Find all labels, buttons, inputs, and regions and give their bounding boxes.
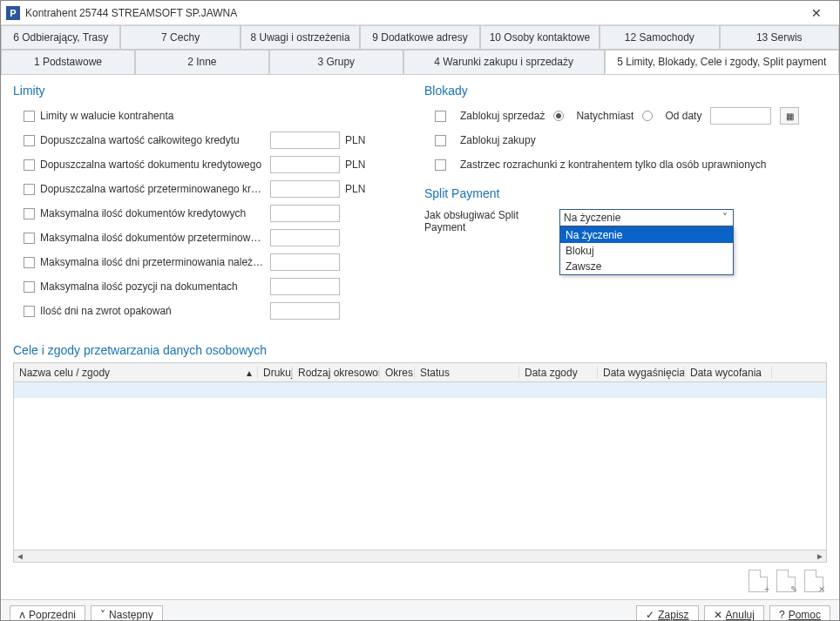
limity-label: Dopuszczalna wartość przeterminowanego k… [40, 183, 267, 195]
horizontal-scrollbar[interactable]: ◄► [14, 550, 826, 562]
tab[interactable]: 2 Inne [135, 50, 269, 74]
limity-checkbox[interactable] [24, 135, 35, 146]
pomoc-button[interactable]: ? Pomoc [769, 605, 830, 621]
od-daty-label: Od daty [665, 110, 701, 122]
chevron-down-icon: ˅ [719, 212, 731, 224]
limity-label: Maksymalna ilość dni przeterminowania na… [40, 256, 267, 268]
limity-checkbox[interactable] [24, 306, 35, 317]
grid-column-header[interactable]: Nazwa celu / zgody ▴ [14, 367, 258, 379]
limity-label: Ilość dni na zwrot opakowań [40, 305, 267, 317]
tab[interactable]: 6 Odbierający, Trasy [1, 25, 120, 49]
limity-label: Limity w walucie kontrahenta [40, 110, 267, 122]
tab[interactable]: 13 Serwis [720, 25, 839, 49]
tab[interactable]: 12 Samochody [600, 25, 719, 49]
grid-column-header[interactable]: Rodzaj okresowości [293, 367, 380, 379]
limity-checkbox[interactable] [24, 233, 35, 244]
window-title: Kontrahent 25744 STREAMSOFT SP.JAWNA [25, 7, 799, 19]
limity-label: Maksymalna ilość dokumentów kredytowych [40, 207, 267, 219]
limity-checkbox[interactable] [24, 111, 35, 122]
limity-checkbox[interactable] [24, 159, 35, 171]
zablokuj-zakupy-checkbox[interactable] [435, 135, 446, 146]
limity-input[interactable] [270, 253, 340, 271]
od-daty-input[interactable] [710, 107, 771, 125]
limity-input[interactable] [270, 132, 340, 149]
limity-input[interactable] [270, 302, 340, 320]
footer: ʌ Poprzedni ˅ Następny ✓ Zapisz ✕ Anuluj… [1, 599, 839, 621]
tabs-row-2: 1 Podstawowe2 Inne3 Grupy4 Warunki zakup… [1, 50, 839, 75]
limity-input[interactable] [270, 156, 340, 173]
grid-row-selected[interactable] [14, 382, 826, 398]
doc-edit-icon[interactable]: ✎ [776, 570, 796, 592]
blokady-title: Blokady [424, 84, 827, 98]
od-daty-radio[interactable] [642, 111, 653, 121]
limity-unit: PLN [345, 134, 365, 146]
limity-checkbox[interactable] [24, 184, 35, 195]
close-icon[interactable]: ✕ [799, 6, 834, 20]
app-icon: P [6, 6, 20, 20]
limity-unit: PLN [345, 159, 365, 171]
split-payment-option[interactable]: Na życzenie [560, 227, 733, 243]
limity-checkbox[interactable] [24, 208, 35, 219]
grid-column-header[interactable]: Data zgody [519, 367, 598, 379]
split-payment-dropdown: Na życzenieBlokujZawsze [559, 226, 734, 275]
limity-unit: PLN [345, 183, 365, 195]
split-payment-title: Split Payment [424, 186, 827, 200]
chevron-up-icon: ʌ [19, 609, 25, 621]
limity-checkbox[interactable] [24, 257, 35, 268]
check-icon: ✓ [646, 609, 654, 621]
tab[interactable]: 9 Dodatkowe adresy [360, 25, 479, 49]
limity-input[interactable] [270, 205, 340, 222]
x-icon: ✕ [714, 609, 722, 621]
limity-label: Dopuszczalna wartość dokumentu kredytowe… [40, 159, 267, 171]
split-payment-option[interactable]: Zawsze [560, 259, 733, 274]
natychmiast-label: Natychmiast [576, 110, 633, 122]
doc-actions: + ✎ ✕ [1, 563, 839, 599]
cele-grid: Nazwa celu / zgody ▴DrukujRodzaj okresow… [13, 362, 827, 563]
grid-column-header[interactable]: Okres [380, 367, 415, 379]
limity-label: Maksymalna ilość dokumentów przeterminow… [40, 232, 267, 244]
zastrzec-label: Zastrzec rozrachunki z kontrahentem tylk… [460, 159, 767, 171]
tab[interactable]: 8 Uwagi i ostrzeżenia [240, 25, 360, 49]
zablokuj-sprzedaz-label: Zablokuj sprzedaż [460, 110, 545, 122]
anuluj-button[interactable]: ✕ Anuluj [704, 605, 764, 621]
limity-input[interactable] [270, 180, 340, 198]
limity-input[interactable] [270, 229, 340, 246]
blokady-section: Blokady Zablokuj sprzedaż Natychmiast Od… [424, 84, 827, 326]
zastrzec-checkbox[interactable] [435, 159, 446, 171]
natychmiast-radio[interactable] [553, 111, 564, 121]
calendar-icon[interactable]: ▦ [780, 107, 799, 125]
tab[interactable]: 7 Cechy [120, 25, 240, 49]
tab[interactable]: 5 Limity, Blokady, Cele i zgody, Split p… [605, 50, 839, 74]
doc-delete-icon[interactable]: ✕ [804, 570, 823, 592]
limity-title: Limity [13, 84, 416, 98]
tab[interactable]: 4 Warunki zakupu i sprzedaży [403, 50, 605, 74]
grid-body [14, 382, 826, 548]
cele-title: Cele i zgody przetwarzania danych osobow… [13, 343, 827, 357]
grid-column-header[interactable]: Drukuj [258, 367, 293, 379]
split-payment-value: Na życzenie [564, 212, 620, 224]
doc-add-icon[interactable]: + [749, 570, 768, 592]
limity-label: Maksymalna ilość pozycji na dokumentach [40, 280, 267, 293]
grid-column-header[interactable]: Status [415, 367, 519, 379]
split-payment-combo[interactable]: Na życzenie ˅ [559, 209, 734, 226]
poprzedni-button[interactable]: ʌ Poprzedni [10, 605, 85, 621]
zablokuj-zakupy-label: Zablokuj zakupy [460, 134, 536, 146]
tabs-row-1: 6 Odbierający, Trasy7 Cechy8 Uwagi i ost… [1, 25, 839, 50]
limity-checkbox[interactable] [24, 281, 35, 293]
chevron-down-icon: ˅ [100, 609, 105, 621]
grid-column-header[interactable]: Data wygaśnięcia [598, 367, 685, 379]
tab[interactable]: 10 Osoby kontaktowe [480, 25, 600, 49]
split-payment-option[interactable]: Blokuj [560, 243, 733, 259]
split-payment-label: Jak obsługiwać Split Payment [424, 209, 559, 233]
help-icon: ? [779, 609, 785, 621]
tab[interactable]: 1 Podstawowe [1, 50, 135, 74]
grid-column-header[interactable]: Data wycofania [685, 367, 772, 379]
zablokuj-sprzedaz-checkbox[interactable] [435, 111, 446, 122]
limity-section: Limity Limity w walucie kontrahentaDopus… [13, 84, 416, 326]
tab[interactable]: 3 Grupy [269, 50, 403, 74]
grid-header: Nazwa celu / zgody ▴DrukujRodzaj okresow… [14, 363, 826, 382]
zapisz-button[interactable]: ✓ Zapisz [636, 605, 698, 621]
limity-input[interactable] [270, 278, 340, 295]
nastepny-button[interactable]: ˅ Następny [91, 605, 163, 621]
titlebar: P Kontrahent 25744 STREAMSOFT SP.JAWNA ✕ [1, 1, 839, 25]
